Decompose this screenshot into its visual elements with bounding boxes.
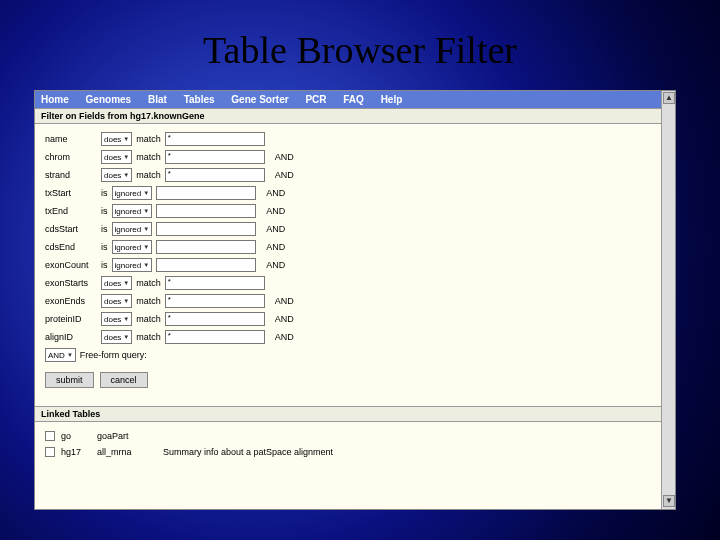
linked-header: Linked Tables: [35, 406, 661, 422]
input-strand[interactable]: *: [165, 168, 265, 182]
row-exonends: exonEnds does▼ match * AND: [45, 292, 651, 310]
match-word: match: [136, 314, 161, 324]
select-does[interactable]: does▼: [101, 276, 132, 290]
linked-db: go: [61, 431, 91, 441]
menu-help[interactable]: Help: [381, 94, 403, 105]
select-and[interactable]: AND▼: [45, 348, 76, 362]
submit-button[interactable]: submit: [45, 372, 94, 388]
menu-blat[interactable]: Blat: [148, 94, 167, 105]
chevron-down-icon: ▼: [123, 154, 129, 160]
input-name[interactable]: *: [165, 132, 265, 146]
chevron-down-icon: ▼: [123, 334, 129, 340]
label-exonends: exonEnds: [45, 296, 97, 306]
browser-content: Home Genomes Blat Tables Gene Sorter PCR…: [35, 91, 661, 509]
chevron-down-icon: ▼: [143, 208, 149, 214]
and-label: AND: [275, 170, 294, 180]
is-word: is: [101, 188, 108, 198]
select-does[interactable]: does▼: [101, 168, 132, 182]
browser-window: Home Genomes Blat Tables Gene Sorter PCR…: [34, 90, 676, 510]
match-word: match: [136, 296, 161, 306]
select-ignored[interactable]: ignored▼: [112, 222, 153, 236]
chevron-down-icon: ▼: [67, 352, 73, 358]
row-txend: txEnd is ignored▼ AND: [45, 202, 651, 220]
linked-table: all_mrna: [97, 447, 157, 457]
match-word: match: [136, 332, 161, 342]
menu-gene-sorter[interactable]: Gene Sorter: [231, 94, 288, 105]
select-ignored[interactable]: ignored▼: [112, 186, 153, 200]
select-does[interactable]: does▼: [101, 330, 132, 344]
menu-faq[interactable]: FAQ: [343, 94, 364, 105]
menu-pcr[interactable]: PCR: [305, 94, 326, 105]
and-label: AND: [266, 260, 285, 270]
input-proteinid[interactable]: *: [165, 312, 265, 326]
chevron-down-icon: ▼: [123, 298, 129, 304]
label-exonstarts: exonStarts: [45, 278, 97, 288]
label-exoncount: exonCount: [45, 260, 97, 270]
row-cdsend: cdsEnd is ignored▼ AND: [45, 238, 651, 256]
input-txend[interactable]: [156, 204, 256, 218]
chevron-down-icon: ▼: [123, 172, 129, 178]
linked-section: Linked Tables go goaPart hg17 all_mrna S…: [35, 406, 661, 462]
linked-row: go goaPart: [45, 428, 651, 444]
row-name: name does▼ match *: [45, 130, 651, 148]
row-exoncount: exonCount is ignored▼ AND: [45, 256, 651, 274]
vertical-scrollbar[interactable]: ▲ ▼: [661, 91, 675, 509]
row-proteinid: proteinID does▼ match * AND: [45, 310, 651, 328]
menu-home[interactable]: Home: [41, 94, 69, 105]
cancel-button[interactable]: cancel: [100, 372, 148, 388]
select-does[interactable]: does▼: [101, 312, 132, 326]
label-cdsstart: cdsStart: [45, 224, 97, 234]
and-label: AND: [275, 314, 294, 324]
input-cdsend[interactable]: [156, 240, 256, 254]
select-ignored[interactable]: ignored▼: [112, 204, 153, 218]
select-does[interactable]: does▼: [101, 150, 132, 164]
input-exonstarts[interactable]: *: [165, 276, 265, 290]
input-exonends[interactable]: *: [165, 294, 265, 308]
row-freeform: AND▼ Free-form query:: [45, 346, 651, 364]
and-label: AND: [266, 206, 285, 216]
linked-table: goaPart: [97, 431, 157, 441]
match-word: match: [136, 152, 161, 162]
and-label: AND: [266, 224, 285, 234]
select-ignored[interactable]: ignored▼: [112, 240, 153, 254]
scroll-up-icon[interactable]: ▲: [663, 92, 675, 104]
menu-genomes[interactable]: Genomes: [86, 94, 132, 105]
label-name: name: [45, 134, 97, 144]
row-strand: strand does▼ match * AND: [45, 166, 651, 184]
label-txstart: txStart: [45, 188, 97, 198]
match-word: match: [136, 278, 161, 288]
input-chrom[interactable]: *: [165, 150, 265, 164]
linked-desc: Summary info about a patSpace alignment: [163, 447, 333, 457]
is-word: is: [101, 206, 108, 216]
input-cdsstart[interactable]: [156, 222, 256, 236]
checkbox[interactable]: [45, 447, 55, 457]
row-chrom: chrom does▼ match * AND: [45, 148, 651, 166]
select-ignored[interactable]: ignored▼: [112, 258, 153, 272]
row-cdsstart: cdsStart is ignored▼ AND: [45, 220, 651, 238]
filter-header: Filter on Fields from hg17.knownGene: [35, 108, 661, 124]
input-txstart[interactable]: [156, 186, 256, 200]
label-chrom: chrom: [45, 152, 97, 162]
is-word: is: [101, 224, 108, 234]
select-does[interactable]: does▼: [101, 294, 132, 308]
slide-title: Table Browser Filter: [0, 28, 720, 72]
chevron-down-icon: ▼: [143, 226, 149, 232]
input-exoncount[interactable]: [156, 258, 256, 272]
input-alignid[interactable]: *: [165, 330, 265, 344]
match-word: match: [136, 134, 161, 144]
scroll-down-icon[interactable]: ▼: [663, 495, 675, 507]
row-txstart: txStart is ignored▼ AND: [45, 184, 651, 202]
checkbox[interactable]: [45, 431, 55, 441]
is-word: is: [101, 260, 108, 270]
menu-tables[interactable]: Tables: [184, 94, 215, 105]
and-label: AND: [275, 332, 294, 342]
is-word: is: [101, 242, 108, 252]
chevron-down-icon: ▼: [123, 316, 129, 322]
linked-row: hg17 all_mrna Summary info about a patSp…: [45, 444, 651, 460]
match-word: match: [136, 170, 161, 180]
freeform-label: Free-form query:: [80, 350, 147, 360]
select-does[interactable]: does▼: [101, 132, 132, 146]
label-txend: txEnd: [45, 206, 97, 216]
buttons-row: submit cancel: [35, 366, 661, 398]
and-label: AND: [266, 242, 285, 252]
